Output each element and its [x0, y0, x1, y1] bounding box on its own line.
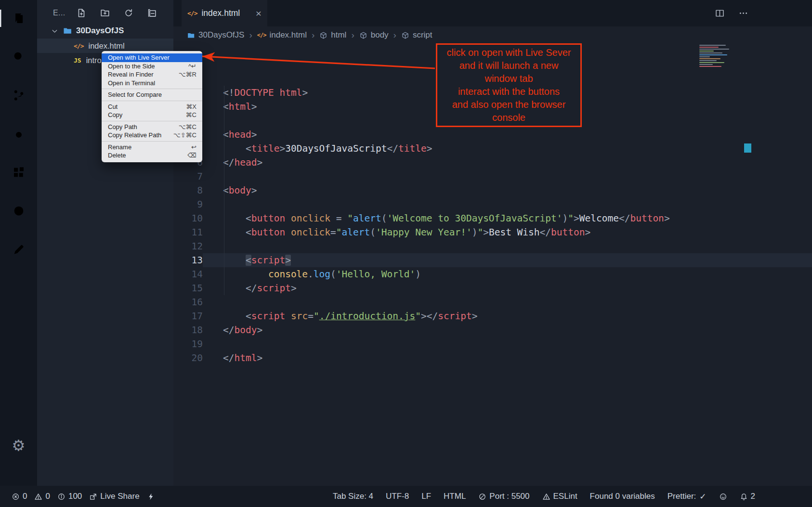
menu-item-label: Copy Relative Path [108, 131, 161, 139]
status-warnings[interactable]: 0 [34, 492, 50, 501]
warnings-count: 0 [45, 492, 50, 501]
code-line-15[interactable]: 15 </script> [173, 281, 812, 295]
menu-item-rename[interactable]: Rename↩ [102, 143, 202, 152]
status-lf[interactable]: LF [421, 492, 431, 501]
activity-search-icon[interactable] [0, 48, 37, 65]
activity-debug-icon[interactable] [0, 125, 37, 143]
minimap-line [699, 66, 721, 67]
new-file-icon[interactable] [76, 8, 87, 18]
close-tab-icon[interactable]: × [256, 8, 262, 18]
status-tab-size-4[interactable]: Tab Size: 4 [333, 492, 373, 501]
status-prettier[interactable]: Prettier:✓ [668, 492, 707, 502]
code-line-10[interactable]: 10 <button onclick = "alert('Welcome to … [173, 211, 812, 225]
activity-source-control-icon[interactable] [0, 87, 37, 104]
breadcrumb-body[interactable]: body [359, 30, 389, 40]
line-number: 17 [173, 309, 203, 323]
code-line-5[interactable]: 5 <title>30DaysOfJavaScript</title> [173, 142, 812, 156]
line-number: 12 [173, 239, 203, 253]
status-infos[interactable]: 100 [57, 492, 82, 501]
code-line-content: </script> [203, 281, 812, 295]
menu-item-label: Open in Terminal [108, 79, 155, 87]
menu-item-open-with-live-server[interactable]: Open with Live Server [102, 53, 202, 62]
code-token: 'Happy New Year!' [376, 227, 472, 238]
menu-item-select-for-compare[interactable]: Select for Compare [102, 91, 202, 99]
status-html[interactable]: HTML [444, 492, 466, 501]
status-2[interactable]: 2 [740, 492, 755, 501]
code-line-20[interactable]: 20</html> [173, 351, 812, 365]
cube-icon [359, 31, 367, 39]
code-line-9[interactable]: 9 [173, 197, 812, 211]
activity-settings-icon[interactable]: ⚙ [0, 437, 37, 454]
menu-item-delete[interactable]: Delete⌫ [102, 151, 202, 160]
code-line-11[interactable]: 11 <button onclick="alert('Happy New Yea… [173, 225, 812, 239]
status-eslint[interactable]: ESLint [542, 492, 577, 501]
code-line-14[interactable]: 14 console.log('Hello, World') [173, 267, 812, 281]
code-line-19[interactable]: 19 [173, 337, 812, 351]
explorer-header: E... [37, 0, 173, 23]
code-line-6[interactable]: 6</head> [173, 156, 812, 169]
status-found-0-variables[interactable]: Found 0 variables [590, 492, 655, 501]
status-port-5500[interactable]: Port : 5500 [478, 492, 529, 501]
minimap-line [699, 47, 719, 48]
code-line-13[interactable]: 13 <script> [173, 253, 812, 267]
refresh-icon[interactable] [123, 8, 134, 18]
code-line-content: </html> [203, 351, 812, 365]
status-utf-8[interactable]: UTF-8 [386, 492, 409, 501]
breadcrumb-label: html [331, 30, 346, 40]
code-line-content: <head> [203, 128, 812, 142]
infos-count: 100 [68, 492, 82, 501]
more-actions-icon[interactable] [738, 8, 748, 18]
status-smiley[interactable] [719, 493, 727, 501]
line-number: 15 [173, 281, 203, 295]
code-line-7[interactable]: 7 [173, 169, 812, 183]
menu-separator [102, 101, 202, 101]
new-folder-icon[interactable] [100, 8, 110, 18]
menu-item-shortcut: ⌘X [186, 103, 196, 110]
code-line-4[interactable]: 4<head> [173, 128, 812, 142]
breadcrumb-index-html[interactable]: </>index.html [257, 30, 307, 40]
split-editor-icon[interactable] [715, 8, 725, 18]
activity-history-icon[interactable] [0, 202, 37, 220]
activity-extensions-icon[interactable] [0, 164, 37, 181]
code-token: body [229, 185, 251, 196]
activity-feedback-icon[interactable] [0, 241, 37, 258]
code-line-16[interactable]: 16 [173, 295, 812, 309]
breadcrumb-30daysofjs[interactable]: 30DaysOfJS [187, 30, 244, 40]
menu-item-copy[interactable]: Copy⌘C [102, 111, 202, 119]
chevron-down-icon[interactable] [51, 27, 59, 35]
status-live-share[interactable]: Live Share [89, 492, 139, 501]
folder-root-row[interactable]: 30DaysOfJS [37, 23, 173, 39]
code-token: script [257, 283, 290, 294]
line-number: 16 [173, 295, 203, 309]
code-line-12[interactable]: 12 [173, 239, 812, 253]
code-token: < [246, 143, 251, 154]
menu-item-open-in-terminal[interactable]: Open in Terminal [102, 79, 202, 88]
code-line-content: <button onclick="alert('Happy New Year!'… [203, 225, 812, 239]
menu-item-copy-relative-path[interactable]: Copy Relative Path⌥⇧⌘C [102, 131, 202, 140]
code-line-17[interactable]: 17 <script src="./introduction.js"></scr… [173, 309, 812, 323]
menu-item-cut[interactable]: Cut⌘X [102, 103, 202, 111]
status-bolt[interactable] [147, 493, 155, 501]
code-line-content [203, 239, 812, 253]
status-errors[interactable]: 0 [12, 492, 27, 501]
menu-item-label: Open with Live Server [108, 54, 170, 61]
tab-index-html[interactable]: </> index.html × [182, 0, 267, 26]
collapse-all-icon[interactable] [147, 8, 157, 18]
minimap[interactable] [699, 45, 742, 67]
menu-item-reveal-in-finder[interactable]: Reveal in Finder⌥⌘R [102, 70, 202, 79]
menu-item-copy-path[interactable]: Copy Path⌥⌘C [102, 123, 202, 131]
html-file-icon: </> [187, 10, 197, 17]
code-line-content [203, 337, 812, 351]
menu-item-open-to-the-side[interactable]: Open to the Side^↵ [102, 62, 202, 71]
code-token: > [574, 213, 579, 224]
breadcrumb-html[interactable]: html [319, 30, 346, 40]
code-token: " [347, 213, 353, 224]
code-line-18[interactable]: 18</body> [173, 323, 812, 337]
code-token: DOCTYPE html [234, 87, 302, 98]
chevron-right-icon: › [393, 30, 396, 40]
code-token: = [308, 311, 314, 322]
breadcrumb-script[interactable]: script [401, 30, 432, 40]
code-token: html [234, 352, 257, 364]
activity-files-icon[interactable] [0, 10, 37, 27]
code-line-8[interactable]: 8<body> [173, 183, 812, 197]
